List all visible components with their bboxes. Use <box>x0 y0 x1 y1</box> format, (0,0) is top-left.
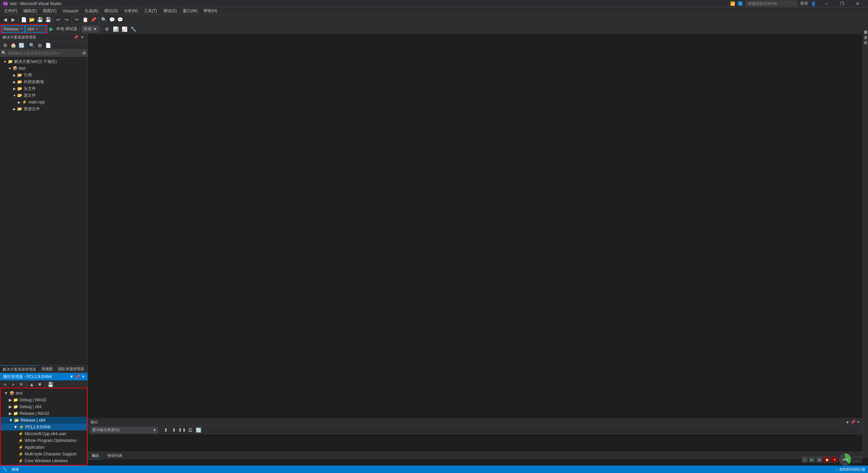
back-button[interactable]: ◀ <box>1 16 9 23</box>
forward-button[interactable]: ▶ <box>9 16 17 23</box>
menu-view[interactable]: 视图(V) <box>40 7 59 15</box>
tab-output[interactable]: 输出 <box>88 452 103 459</box>
menu-vassistx[interactable]: VAssistX <box>60 7 81 15</box>
pin-button[interactable]: 📌 <box>73 35 79 40</box>
comment-button[interactable]: 💬 <box>108 16 116 23</box>
prop-remove-button[interactable]: ✕ <box>18 381 25 388</box>
status-add-code[interactable]: → 加到到代码行器 <box>835 467 865 472</box>
restore-button[interactable]: ❐ <box>834 0 850 7</box>
tree-main-cpp[interactable]: ▶ ⚡ main.cpp <box>0 99 88 105</box>
save-all-button[interactable]: 💾 <box>44 16 52 23</box>
config-btn-1[interactable]: ⚙ <box>103 25 110 33</box>
prop-pcl-item[interactable]: ▼ ⚡ PCL1.9.0X64r <box>0 424 88 430</box>
menu-edit[interactable]: 编辑(E) <box>21 7 40 15</box>
prop-application[interactable]: ⚡ Application <box>0 444 88 451</box>
config-btn-3[interactable]: 📈 <box>121 25 128 33</box>
menu-test[interactable]: 测试(S) <box>160 7 179 15</box>
indicator-box-2[interactable]: ▶ <box>809 457 815 463</box>
prop-save-button[interactable]: 💾 <box>47 381 54 388</box>
search-options-icon[interactable]: ⚙ <box>82 51 86 55</box>
project-test[interactable]: ▼ 📦 test <box>0 65 88 72</box>
solution-search-input[interactable] <box>8 51 81 55</box>
tab-solution-explorer[interactable]: 解决方案资源管理器 <box>0 365 39 373</box>
prop-add-button[interactable]: + <box>9 381 17 388</box>
find-button[interactable]: 🔍 <box>100 16 107 23</box>
config-btn-4[interactable]: 🔧 <box>129 25 137 33</box>
sol-home-button[interactable]: 🏠 <box>9 42 17 49</box>
save-button[interactable]: 💾 <box>36 16 44 23</box>
prop-release-x64[interactable]: ▼ 📂 Release | x64 <box>0 417 88 424</box>
indicator-box-5[interactable]: ✕ <box>832 457 838 463</box>
output-btn-5[interactable]: 🔄 <box>195 426 202 434</box>
sol-file-button[interactable]: 📄 <box>44 42 52 49</box>
prop-debug-win32[interactable]: ▶ 📁 Debug | Win32 <box>0 397 88 403</box>
sol-props-button[interactable]: ⚙ <box>1 42 9 49</box>
prop-down-button[interactable]: ▼ <box>36 381 44 388</box>
menu-debug[interactable]: 调试(D) <box>101 7 121 15</box>
prop-release-win32[interactable]: ▶ 📁 Release | Win32 <box>0 410 88 417</box>
prop-microsoft-cpp[interactable]: ⚡ Microsoft.Cpp.x64.user <box>0 430 88 437</box>
auto-dropdown[interactable]: 自动 ▼ <box>82 26 99 32</box>
output-pin-icon[interactable]: 📌 <box>851 420 855 424</box>
sol-filter-button[interactable]: 🔍 <box>28 42 35 49</box>
menu-file[interactable]: 文件(F) <box>1 7 20 15</box>
prop-core-windows[interactable]: ⚡ Core Windows Libraries <box>0 457 88 464</box>
sol-refresh-button[interactable]: 🔄 <box>18 42 25 49</box>
close-button[interactable]: ✕ <box>850 0 865 7</box>
menu-tools[interactable]: 工具(T) <box>141 7 160 15</box>
output-btn-1[interactable]: ⬆ <box>162 426 170 434</box>
cut-button[interactable]: ✂ <box>73 16 81 23</box>
new-button[interactable]: 📄 <box>20 16 27 23</box>
tree-references[interactable]: ▶ 📂 引用 <box>0 72 88 78</box>
prop-multibyte[interactable]: ⚡ Multi-byte Character Support <box>0 451 88 457</box>
copy-button[interactable]: 📋 <box>81 16 89 23</box>
solution-root[interactable]: ▼ 📁 解决方案'test'(1 个项目) <box>0 58 88 65</box>
menu-analyze[interactable]: 分析(N) <box>121 7 141 15</box>
config-sep-2 <box>101 26 101 32</box>
tab-error-list[interactable]: 错误列表 <box>103 452 126 459</box>
configuration-dropdown[interactable]: Release ▼ <box>2 26 24 32</box>
prop-up-button[interactable]: ▲ <box>28 381 35 388</box>
redo-button[interactable]: ↪ <box>63 16 70 23</box>
menu-help[interactable]: 帮助(H) <box>201 7 220 15</box>
uncomment-button[interactable]: 💬 <box>116 16 124 23</box>
tree-external-deps[interactable]: ▶ 📂 外部依赖项 <box>0 78 88 85</box>
open-button[interactable]: 📂 <box>28 16 35 23</box>
tab-team-explorer[interactable]: 团队资源管理器 <box>55 365 87 373</box>
indicator-box-4[interactable]: ▣ <box>824 457 830 463</box>
config-btn-2[interactable]: 📊 <box>112 25 119 33</box>
tree-source[interactable]: ▼ 📂 源文件 <box>0 92 88 99</box>
output-source-dropdown[interactable]: 显示输出来源(S): ▼ <box>91 427 158 433</box>
tree-headers[interactable]: ▶ 📂 头文件 <box>0 85 88 92</box>
prop-new-button[interactable]: + <box>1 381 9 388</box>
platform-dropdown[interactable]: x64 ▼ <box>26 26 46 32</box>
menu-window[interactable]: 窗口(W) <box>180 7 200 15</box>
indicator-extra[interactable]: ... <box>852 457 861 463</box>
minimize-button[interactable]: ─ <box>819 0 834 7</box>
quick-launch-input[interactable]: 快速启动 (Ctrl+Q) <box>745 0 797 7</box>
prop-pin-icon[interactable]: 📌 <box>75 374 80 379</box>
output-dropdown-icon[interactable]: ▼ <box>846 420 849 424</box>
start-debug-button[interactable]: ▶ <box>48 26 55 32</box>
sol-collapse-button[interactable]: ⊞ <box>36 42 44 49</box>
tab-class-view[interactable]: 类视图 <box>39 365 55 373</box>
tree-resources[interactable]: ▶ 📂 资源文件 <box>0 105 88 112</box>
menu-build[interactable]: 生成(B) <box>82 7 101 15</box>
output-btn-4[interactable]: ☰ <box>187 426 194 434</box>
output-btn-2[interactable]: ⬇ <box>170 426 178 434</box>
prop-root-test[interactable]: ▼ 📦 test <box>0 390 88 397</box>
paste-button[interactable]: 📌 <box>90 16 97 23</box>
prop-close-icon[interactable]: ✕ <box>81 374 85 379</box>
indicator-box-1[interactable]: □ <box>802 457 808 463</box>
window-controls[interactable]: ─ ❐ ✕ <box>819 0 865 7</box>
login-label[interactable]: 登录 <box>800 1 808 6</box>
indicator-box-3[interactable]: ⊕ <box>816 457 822 463</box>
perf-indicator[interactable]: 38% <box>839 453 851 466</box>
output-btn-3[interactable]: ⬆⬇ <box>178 426 186 434</box>
prop-dropdown-icon[interactable]: ▼ <box>70 374 74 379</box>
prop-debug-x64[interactable]: ▶ 📁 Debug | x64 <box>0 403 88 410</box>
solution-close-button[interactable]: ✕ <box>79 35 85 40</box>
undo-button[interactable]: ↩ <box>55 16 62 23</box>
prop-whole-prog[interactable]: ⚡ Whole Program Optimization <box>0 437 88 444</box>
output-close-icon[interactable]: ✕ <box>857 420 860 424</box>
